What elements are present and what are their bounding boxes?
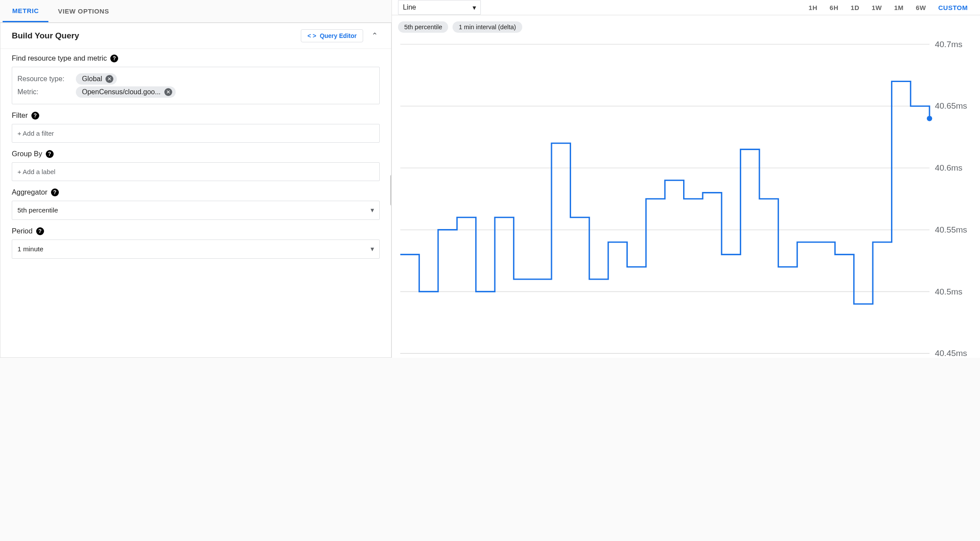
chevron-down-icon: ▾ xyxy=(371,245,374,253)
chart-type-select[interactable]: Line ▾ xyxy=(398,0,481,15)
range-6h[interactable]: 6H xyxy=(823,4,844,11)
find-metric-label: Find resource type and metric xyxy=(12,54,107,62)
chevron-down-icon: ▾ xyxy=(371,206,374,214)
range-6w[interactable]: 6W xyxy=(910,4,932,11)
collapse-panel-icon[interactable]: ⌃ xyxy=(369,31,380,41)
scrollbar[interactable] xyxy=(390,175,391,205)
latency-chart: 40.45ms40.5ms40.55ms40.6ms40.65ms40.7msU… xyxy=(396,36,974,358)
range-1w[interactable]: 1W xyxy=(865,4,888,11)
svg-text:40.7ms: 40.7ms xyxy=(935,40,963,49)
filter-label: Filter xyxy=(12,111,28,120)
tab-metric[interactable]: METRIC xyxy=(3,0,48,22)
help-icon[interactable]: ? xyxy=(31,112,39,120)
groupby-label: Group By xyxy=(12,150,42,158)
svg-text:40.45ms: 40.45ms xyxy=(935,349,967,358)
resource-type-chip[interactable]: Global ✕ xyxy=(76,73,117,85)
build-query-title: Build Your Query xyxy=(12,31,79,41)
help-icon[interactable]: ? xyxy=(110,55,118,62)
metric-chip[interactable]: OpenCensus/cloud.goo... ✕ xyxy=(76,86,176,98)
resource-type-label: Resource type: xyxy=(17,75,70,83)
code-icon: < > xyxy=(307,32,316,39)
svg-text:40.5ms: 40.5ms xyxy=(935,287,963,296)
chart-badge: 5th percentile xyxy=(398,21,448,33)
range-custom[interactable]: CUSTOM xyxy=(932,4,974,11)
tab-view-options[interactable]: VIEW OPTIONS xyxy=(48,0,119,22)
add-label-input[interactable]: + Add a label xyxy=(12,162,380,181)
range-1m[interactable]: 1M xyxy=(888,4,910,11)
range-1d[interactable]: 1D xyxy=(844,4,865,11)
svg-point-20 xyxy=(927,116,932,121)
resource-metric-picker[interactable]: Resource type: Global ✕ Metric: OpenCens… xyxy=(12,67,380,104)
query-editor-button[interactable]: < > Query Editor xyxy=(301,29,363,42)
period-label: Period xyxy=(12,227,33,235)
help-icon[interactable]: ? xyxy=(36,227,44,235)
svg-text:40.65ms: 40.65ms xyxy=(935,101,967,110)
aggregator-label: Aggregator xyxy=(12,188,48,196)
left-tabs: METRIC VIEW OPTIONS xyxy=(0,0,391,23)
range-1h[interactable]: 1H xyxy=(803,4,823,11)
period-select[interactable]: 1 minute ▾ xyxy=(12,240,380,259)
help-icon[interactable]: ? xyxy=(51,188,59,196)
chevron-down-icon: ▾ xyxy=(473,3,476,12)
aggregator-select[interactable]: 5th percentile ▾ xyxy=(12,201,380,220)
close-icon[interactable]: ✕ xyxy=(164,88,172,96)
chart-badge: 1 min interval (delta) xyxy=(453,21,522,33)
metric-label: Metric: xyxy=(17,88,70,96)
svg-text:40.6ms: 40.6ms xyxy=(935,163,963,172)
add-filter-input[interactable]: + Add a filter xyxy=(12,124,380,143)
svg-text:40.55ms: 40.55ms xyxy=(935,225,967,234)
close-icon[interactable]: ✕ xyxy=(105,75,113,83)
help-icon[interactable]: ? xyxy=(46,150,54,158)
